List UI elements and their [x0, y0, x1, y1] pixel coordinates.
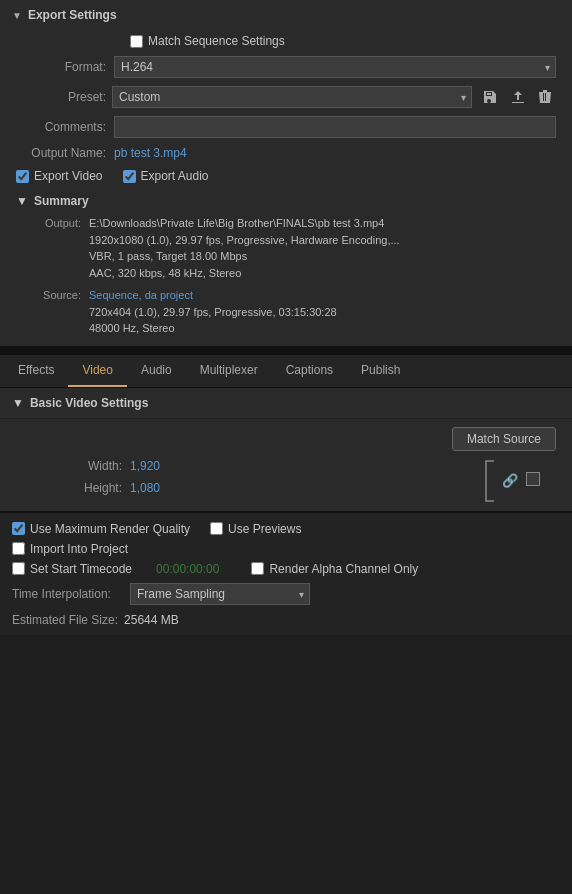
import-into-project-row: Import Into Project [12, 539, 560, 559]
file-size-label: Estimated File Size: [12, 613, 118, 627]
width-label: Width: [32, 459, 122, 473]
import-into-project-checkbox[interactable] [12, 542, 25, 555]
timecode-display: 00:00:00:00 [156, 562, 219, 576]
tab-video[interactable]: Video [68, 355, 126, 387]
use-max-render-quality-text: Use Maximum Render Quality [30, 522, 190, 536]
output-name-link[interactable]: pb test 3.mp4 [114, 146, 187, 160]
dimensions-group: Width: 1,920 Height: 1,080 🔗 [0, 455, 572, 511]
summary-output-line1: E:\Downloads\Private Life\Big Brother\FI… [89, 215, 556, 232]
summary-source-line3: 48000 Hz, Stereo [89, 320, 556, 337]
preset-select-wrapper: Custom [112, 86, 472, 108]
summary-source-row: Source: Sequence, da project 720x404 (1.… [26, 286, 556, 338]
height-label: Height: [32, 481, 122, 495]
comments-input[interactable] [114, 116, 556, 138]
import-into-project-label[interactable]: Import Into Project [12, 542, 128, 556]
use-previews-label[interactable]: Use Previews [210, 522, 301, 536]
aspect-ratio-btn-group [526, 455, 556, 503]
height-value: 1,080 [130, 481, 180, 495]
summary-output-values: E:\Downloads\Private Life\Big Brother\FI… [89, 215, 556, 281]
use-previews-checkbox[interactable] [210, 522, 223, 535]
set-start-timecode-label[interactable]: Set Start Timecode [12, 562, 132, 576]
export-audio-label[interactable]: Export Audio [123, 169, 209, 183]
format-select[interactable]: H.264 [114, 56, 556, 78]
match-source-row: Match Source [0, 419, 572, 455]
comments-row: Comments: [0, 112, 572, 142]
bracket-icon [482, 459, 496, 503]
summary-section: ▼ Summary Output: E:\Downloads\Private L… [0, 188, 572, 346]
tab-publish[interactable]: Publish [347, 355, 414, 387]
format-select-wrapper: H.264 [114, 56, 556, 78]
preset-row: Preset: Custom [0, 82, 572, 112]
match-sequence-checkbox[interactable] [130, 35, 143, 48]
file-size-value: 25644 MB [124, 613, 179, 627]
summary-source-line1: Sequence, da project [89, 287, 556, 304]
export-video-checkbox[interactable] [16, 170, 29, 183]
tab-captions[interactable]: Captions [272, 355, 347, 387]
render-alpha-label[interactable]: Render Alpha Channel Only [251, 562, 418, 576]
use-max-render-quality-checkbox[interactable] [12, 522, 25, 535]
summary-source-line2: 720x404 (1.0), 29.97 fps, Progressive, 0… [89, 304, 556, 321]
export-video-label[interactable]: Export Video [16, 169, 103, 183]
tab-audio[interactable]: Audio [127, 355, 186, 387]
set-start-timecode-checkbox[interactable] [12, 562, 25, 575]
comments-label: Comments: [16, 120, 106, 134]
export-audio-checkbox[interactable] [123, 170, 136, 183]
summary-output-line4: AAC, 320 kbps, 48 kHz, Stereo [89, 265, 556, 282]
match-sequence-row: Match Sequence Settings [0, 30, 572, 52]
export-audio-text: Export Audio [141, 169, 209, 183]
render-alpha-checkbox[interactable] [251, 562, 264, 575]
set-start-timecode-text: Set Start Timecode [30, 562, 132, 576]
import-into-project-text: Import Into Project [30, 542, 128, 556]
tab-multiplexer[interactable]: Multiplexer [186, 355, 272, 387]
format-label: Format: [16, 60, 106, 74]
dimensions-left: Width: 1,920 Height: 1,080 [16, 455, 474, 503]
summary-output-label: Output: [26, 215, 81, 281]
link-icon: 🔗 [502, 473, 518, 488]
height-row: Height: 1,080 [16, 477, 474, 499]
time-interpolation-select-wrapper: Frame Sampling Frame Blending Optical Fl… [130, 583, 310, 605]
summary-title: Summary [34, 194, 89, 208]
output-name-label: Output Name: [16, 146, 106, 160]
render-alpha-text: Render Alpha Channel Only [269, 562, 418, 576]
timecode-row: Set Start Timecode 00:00:00:00 Render Al… [12, 559, 560, 579]
use-max-render-quality-label[interactable]: Use Maximum Render Quality [12, 522, 190, 536]
main-divider [0, 347, 572, 355]
output-name-row: Output Name: pb test 3.mp4 [0, 142, 572, 164]
format-row: Format: H.264 [0, 52, 572, 82]
summary-source-label: Source: [26, 287, 81, 337]
width-value: 1,920 [130, 459, 180, 473]
time-interpolation-row: Time Interpolation: Frame Sampling Frame… [12, 579, 560, 609]
save-preset-icon [482, 89, 498, 105]
export-settings-header[interactable]: ▼ Export Settings [0, 0, 572, 30]
preset-import-button[interactable] [506, 87, 530, 107]
preset-icons-group [478, 87, 556, 107]
match-sequence-checkbox-label[interactable]: Match Sequence Settings [130, 34, 285, 48]
tabs-bar: Effects Video Audio Multiplexer Captions… [0, 355, 572, 388]
export-settings-title: Export Settings [28, 8, 117, 22]
time-interpolation-label: Time Interpolation: [12, 587, 122, 601]
preset-delete-button[interactable] [534, 87, 556, 107]
bracket-group: 🔗 [482, 455, 518, 503]
delete-preset-icon [538, 89, 552, 105]
summary-header[interactable]: ▼ Summary [16, 192, 556, 210]
summary-chevron-icon: ▼ [16, 194, 28, 208]
bottom-options-section: Use Maximum Render Quality Use Previews … [0, 511, 572, 635]
summary-content: Output: E:\Downloads\Private Life\Big Br… [16, 214, 556, 338]
match-sequence-label: Match Sequence Settings [148, 34, 285, 48]
summary-output-line2: 1920x1080 (1.0), 29.97 fps, Progressive,… [89, 232, 556, 249]
estimated-file-size-row: Estimated File Size: 25644 MB [12, 609, 560, 629]
export-checkboxes-row: Export Video Export Audio [0, 164, 572, 188]
match-source-button[interactable]: Match Source [452, 427, 556, 451]
summary-output-row: Output: E:\Downloads\Private Life\Big Br… [26, 214, 556, 282]
video-settings-section: ▼ Basic Video Settings Match Source Widt… [0, 388, 572, 511]
preset-save-button[interactable] [478, 87, 502, 107]
render-quality-row: Use Maximum Render Quality Use Previews [12, 519, 560, 539]
basic-video-settings-header[interactable]: ▼ Basic Video Settings [0, 388, 572, 419]
tab-effects[interactable]: Effects [4, 355, 68, 387]
time-interpolation-select[interactable]: Frame Sampling Frame Blending Optical Fl… [130, 583, 310, 605]
preset-select[interactable]: Custom [112, 86, 472, 108]
preset-label: Preset: [16, 90, 106, 104]
aspect-ratio-button[interactable] [526, 472, 540, 486]
chevron-down-icon: ▼ [12, 10, 22, 21]
width-row: Width: 1,920 [16, 455, 474, 477]
